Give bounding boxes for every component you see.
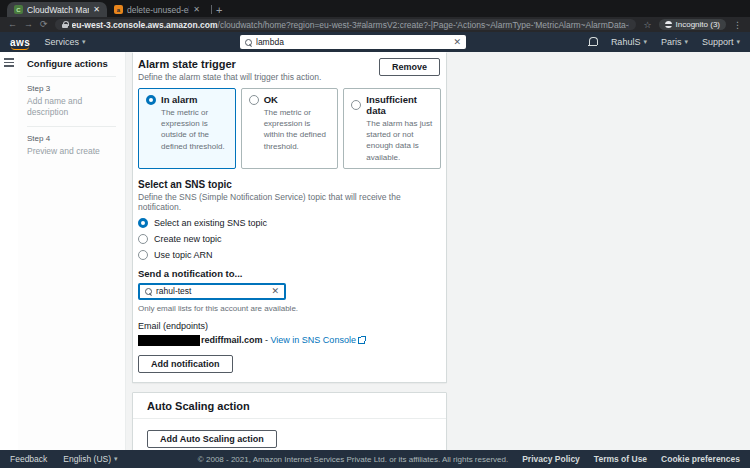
add-notification-button[interactable]: Add notification <box>138 355 233 373</box>
notification-to-label: Send a notification to... <box>138 268 441 279</box>
browser-menu-icon[interactable]: ⋮ <box>733 20 742 30</box>
new-tab-button[interactable]: + <box>216 4 222 16</box>
browser-tab-strip: C CloudWatch Management Con ✕ a delete-u… <box>0 0 750 17</box>
incognito-label: Incognito (3) <box>676 20 720 29</box>
wizard-sidebar: Configure actions Step 3 Add name and de… <box>18 52 126 450</box>
services-menu[interactable]: Services <box>44 37 85 47</box>
navbar-right: RahulS Paris Support <box>588 37 740 47</box>
console-footer: Feedback English (US) © 2008 - 2021, Ama… <box>0 450 750 468</box>
search-icon <box>145 288 152 295</box>
close-tab-icon[interactable]: ✕ <box>193 6 200 14</box>
step-number: Step 4 <box>27 134 116 143</box>
radio-use-topic-arn[interactable]: Use topic ARN <box>138 250 441 260</box>
sidebar-item-preview-create[interactable]: Preview and create <box>27 146 116 157</box>
copyright-text: © 2008 - 2021, Amazon Internet Services … <box>198 455 508 464</box>
clear-topic-icon[interactable]: ✕ <box>271 287 279 296</box>
account-menu[interactable]: RahulS <box>611 37 647 47</box>
bookmark-star-icon[interactable]: ☆ <box>643 20 651 30</box>
email-endpoints-label: Email (endpoints) <box>138 321 441 331</box>
add-auto-scaling-action-button[interactable]: Add Auto Scaling action <box>147 430 277 448</box>
external-link-icon <box>358 337 365 344</box>
navbar-search[interactable]: ✕ <box>240 35 466 49</box>
support-menu[interactable]: Support <box>702 37 740 47</box>
notification-card: Remove Alarm state trigger Define the al… <box>132 52 447 383</box>
sns-topic-search-input[interactable] <box>156 286 267 296</box>
address-bar[interactable]: eu-west-3.console.aws.amazon.com/cloudwa… <box>55 19 637 30</box>
clear-search-icon[interactable]: ✕ <box>453 38 461 47</box>
aws-favicon-icon: a <box>114 5 123 14</box>
tab-divider <box>211 5 212 14</box>
secure-lock-icon <box>62 21 68 28</box>
reload-icon[interactable]: ⟳ <box>40 20 48 29</box>
close-tab-icon[interactable]: ✕ <box>93 6 100 14</box>
tab-title: delete-unused-ebs-volumes - <box>127 5 189 15</box>
incognito-badge: Incognito (3) <box>659 19 726 30</box>
step-number: Step 3 <box>27 84 116 93</box>
state-option-insufficient-data[interactable]: Insufficient data The alarm has just sta… <box>343 88 441 169</box>
browser-actions: ☆ Incognito (3) ⋮ <box>643 19 742 30</box>
cookie-preferences-link[interactable]: Cookie preferences <box>661 454 740 464</box>
page-body: Configure actions Step 3 Add name and de… <box>0 52 750 450</box>
state-option-ok[interactable]: OK The metric or expression is within th… <box>241 88 339 169</box>
radio-create-new-topic[interactable]: Create new topic <box>138 234 441 244</box>
language-label: English (US) <box>63 454 111 464</box>
browser-tab-lambda[interactable]: a delete-unused-ebs-volumes - ✕ <box>107 2 207 17</box>
radio-icon <box>138 250 148 260</box>
feedback-link[interactable]: Feedback <box>10 454 47 464</box>
sns-topic-search[interactable]: ✕ <box>138 283 286 300</box>
forward-icon[interactable]: → <box>24 20 33 29</box>
support-label: Support <box>702 37 734 47</box>
state-desc: The metric or expression is within the d… <box>264 107 331 152</box>
state-option-in-alarm[interactable]: In alarm The metric or expression is out… <box>138 88 236 169</box>
email-domain: rediffmail.com <box>201 335 263 345</box>
radio-existing-sns-topic[interactable]: Select an existing SNS topic <box>138 218 441 228</box>
auto-scaling-card: Auto Scaling action Add Auto Scaling act… <box>132 392 447 450</box>
services-label: Services <box>44 37 79 47</box>
url-path: /cloudwatch/home?region=eu-west-3#alarms… <box>218 20 630 30</box>
email-endpoint-row: rediffmail.com - View in SNS Console <box>138 335 441 346</box>
state-desc: The metric or expression is outside of t… <box>161 107 228 152</box>
url-host: eu-west-3.console.aws.amazon.com <box>72 20 218 30</box>
language-selector[interactable]: English (US) <box>63 454 117 464</box>
left-rail <box>0 52 18 450</box>
privacy-policy-link[interactable]: Privacy Policy <box>522 454 580 464</box>
browser-tab-cloudwatch[interactable]: C CloudWatch Management Con ✕ <box>7 2 107 17</box>
state-title: Insufficient data <box>366 94 433 116</box>
page-url: eu-west-3.console.aws.amazon.com/cloudwa… <box>72 20 630 30</box>
sidebar-item-add-name[interactable]: Add name and description <box>27 96 116 119</box>
sns-topic-title: Select an SNS topic <box>138 179 441 190</box>
view-sns-console-link[interactable]: View in SNS Console <box>271 335 356 345</box>
aws-logo[interactable]: aws <box>10 37 30 48</box>
wizard-current-step-title: Configure actions <box>27 58 116 69</box>
radio-label: Select an existing SNS topic <box>154 218 267 228</box>
region-menu[interactable]: Paris <box>661 37 688 47</box>
radio-icon <box>249 95 259 105</box>
radio-icon <box>351 100 361 110</box>
radio-icon <box>138 234 148 244</box>
cloudwatch-favicon-icon: C <box>14 5 23 14</box>
hamburger-menu-icon[interactable] <box>4 58 14 67</box>
remove-button[interactable]: Remove <box>379 58 440 76</box>
state-title: OK <box>264 94 278 105</box>
state-title: In alarm <box>161 94 197 105</box>
navbar-search-input[interactable] <box>256 37 449 47</box>
topic-help-text: Only email lists for this account are av… <box>138 304 441 313</box>
aws-navbar: aws Services ✕ RahulS Paris Support <box>0 32 750 52</box>
redacted-email <box>138 335 200 346</box>
radio-label: Create new topic <box>154 234 222 244</box>
terms-of-use-link[interactable]: Terms of Use <box>594 454 647 464</box>
account-label: RahulS <box>611 37 641 47</box>
auto-scaling-title: Auto Scaling action <box>147 400 250 412</box>
tab-title: CloudWatch Management Con <box>27 5 89 15</box>
state-desc: The alarm has just started or not enough… <box>366 118 433 163</box>
main-content: Remove Alarm state trigger Define the al… <box>132 52 447 450</box>
radio-selected-icon <box>138 218 148 228</box>
incognito-icon <box>665 21 672 28</box>
browser-url-row: ← → ⟳ eu-west-3.console.aws.amazon.com/c… <box>0 17 750 32</box>
notifications-bell-icon[interactable] <box>588 37 597 47</box>
separator: - <box>263 335 271 345</box>
sns-topic-desc: Define the SNS (Simple Notification Serv… <box>138 192 441 212</box>
back-icon[interactable]: ← <box>8 20 17 29</box>
radio-label: Use topic ARN <box>154 250 213 260</box>
alarm-state-options: In alarm The metric or expression is out… <box>138 88 441 169</box>
